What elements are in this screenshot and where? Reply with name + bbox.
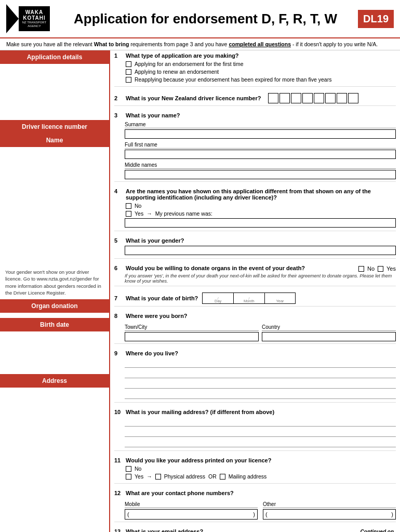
q13-num: 13 [114, 528, 124, 532]
q2-title: 2 What is your New Zealand driver licenc… [114, 95, 261, 101]
q4-yes-label: Yes [135, 210, 143, 217]
surname-input[interactable] [125, 129, 396, 139]
q3-num: 3 [114, 112, 124, 118]
q1-checkbox-1[interactable] [126, 61, 131, 67]
logo-sub: NZ TRANSPORT AGENCY [22, 21, 46, 28]
licence-box-4[interactable] [302, 93, 313, 103]
form-badge: DL19 [358, 10, 394, 28]
birth-date-label: Birth date [0, 318, 109, 331]
q5-num: 5 [114, 237, 124, 244]
q12-num: 12 [114, 490, 124, 496]
q4-yes-checkbox[interactable] [126, 211, 131, 217]
address-line-9-1[interactable] [125, 358, 396, 368]
q1-option-3: Reapplying because your endorsement has … [126, 76, 396, 83]
q12-title: 12 What are your contact phone numbers? [114, 490, 396, 496]
licence-box-5[interactable] [314, 93, 324, 103]
dob-year-segment[interactable]: Year [265, 293, 296, 303]
middle-names-input[interactable] [125, 170, 396, 179]
q1-option-1: Applying for an endorsement for the firs… [126, 61, 396, 67]
q4-no-row: No [126, 203, 396, 209]
q6-note: If you answer 'yes', in the event of you… [125, 273, 396, 284]
licence-box-1[interactable] [268, 93, 278, 103]
question-1-block: 1 What type of application are you makin… [114, 50, 396, 87]
address-line-9-2[interactable] [125, 369, 396, 378]
licence-box-7[interactable] [337, 93, 347, 103]
q1-checkbox-2[interactable] [126, 69, 131, 75]
mobile-input[interactable]: ( ) [125, 509, 258, 520]
address-line-9-3[interactable] [125, 379, 396, 389]
licence-box-2[interactable] [279, 93, 290, 103]
licence-box-6[interactable] [325, 93, 336, 103]
q10-title: 10 What is your mailing address? (if dif… [114, 409, 396, 415]
q6-text: Would you be willing to donate organs in… [126, 265, 305, 271]
q1-option-2-label: Applying to renew an endorsement [135, 69, 219, 75]
licence-box-3[interactable] [291, 93, 301, 103]
question-2-block: 2 What is your New Zealand driver licenc… [114, 91, 396, 106]
q7-text: What is your date of birth? [126, 295, 198, 301]
date-of-birth-box[interactable]: / Day / Month Year [202, 292, 296, 304]
q1-num: 1 [114, 52, 124, 59]
question-11-block: 11 Would you like your address printed o… [114, 455, 396, 484]
q10-text: What is your mailing address? (if differ… [126, 409, 274, 415]
q1-checkbox-3[interactable] [126, 77, 131, 83]
question-7-block: 7 What is your date of birth? / Day / Mo… [114, 290, 396, 307]
q11-mailing-checkbox[interactable] [220, 474, 225, 480]
address-line-10-2[interactable] [125, 428, 396, 437]
name-inputs: Surname Full first name Middle names [125, 122, 396, 179]
q3-title: 3 What is your name? [114, 112, 396, 118]
other-phone-field: Other ( ) [263, 498, 396, 520]
q11-no-label: No [135, 466, 141, 472]
q11-title: 11 Would you like your address printed o… [114, 457, 396, 463]
q1-text: What type of application are you making? [126, 52, 239, 59]
mobile-field: Mobile ( ) [125, 498, 258, 520]
gender-input[interactable] [125, 246, 396, 255]
other-input[interactable]: ( ) [263, 509, 396, 520]
country-input[interactable] [262, 332, 396, 341]
q1-title: 1 What type of application are you makin… [114, 52, 396, 59]
q6-no-label: No [367, 265, 375, 272]
q4-no-label: No [135, 203, 141, 209]
dob-day-segment[interactable]: / Day [203, 293, 234, 303]
q11-arrow: → [146, 473, 152, 480]
question-12-block: 12 What are your contact phone numbers? … [114, 488, 396, 522]
q2-num: 2 [114, 95, 124, 101]
licence-box-8[interactable] [348, 93, 358, 103]
gender-wrapper [125, 246, 396, 255]
q4-no-checkbox[interactable] [126, 203, 131, 209]
q11-yes-checkbox[interactable] [126, 474, 131, 480]
address-line-10-1[interactable] [125, 417, 396, 427]
q11-no-row: No [126, 466, 396, 472]
address-line-10-3[interactable] [125, 438, 396, 447]
country-label: Country [262, 324, 396, 331]
driver-licence-label: Driver licence number [0, 120, 109, 134]
organ-donation-label: Organ donation [0, 299, 109, 313]
mobile-close-paren: ) [253, 511, 255, 517]
previous-name-input[interactable] [125, 218, 396, 228]
logo-waka: WAKA [25, 9, 44, 15]
full-first-input[interactable] [125, 150, 396, 159]
question-10-block: 10 What is your mailing address? (if dif… [114, 407, 396, 451]
q8-title: 8 Where were you born? [114, 313, 396, 319]
town-input[interactable] [125, 332, 259, 341]
continued-text: Continued onnext page → [347, 528, 394, 532]
q6-no-checkbox[interactable] [358, 266, 364, 272]
address-line-9-4[interactable] [125, 390, 396, 399]
town-label: Town/City [125, 324, 259, 331]
q11-num: 11 [114, 457, 124, 463]
q11-no-checkbox[interactable] [126, 466, 131, 472]
logo-area: WAKA KOTAHI NZ TRANSPORT AGENCY [6, 4, 74, 33]
what-to-bring-text: What to bring [94, 41, 129, 47]
q8-text: Where were you born? [126, 313, 188, 319]
q4-text: Are the names you have shown on this app… [126, 188, 396, 201]
q11-physical-checkbox[interactable] [155, 474, 161, 480]
main-content: Application details Driver licence numbe… [0, 50, 400, 532]
q8-num: 8 [114, 313, 124, 319]
dob-month-segment[interactable]: / Month [234, 293, 265, 303]
middle-names-label: Middle names [125, 162, 396, 169]
gender-sidebar-note: Your gender won't show on your driver li… [0, 265, 109, 299]
q6-yes-checkbox[interactable] [378, 266, 383, 272]
q2-text: What is your New Zealand driver licence … [126, 95, 261, 101]
address-label: Address [0, 374, 109, 388]
page-header: WAKA KOTAHI NZ TRANSPORT AGENCY Applicat… [0, 0, 400, 38]
q7-num: 7 [114, 295, 124, 301]
